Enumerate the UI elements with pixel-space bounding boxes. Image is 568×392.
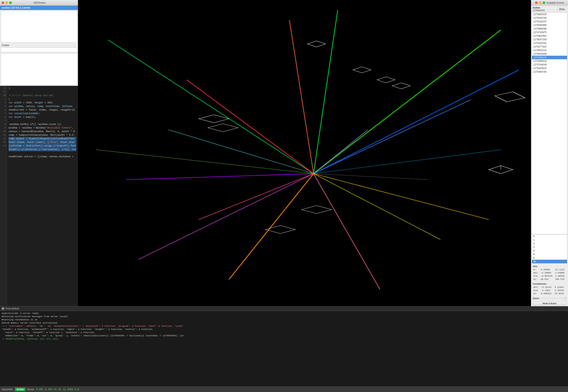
main-layout: BEERtopia scottw | 127.0.0.1 | online Ch… <box>0 0 568 392</box>
group-item-3[interactable]: 3 <box>532 245 567 249</box>
u-metric: 0u <box>54 388 57 391</box>
jets-pt1: 20.551 <box>540 278 554 281</box>
jets-eta1: -0.867545 <box>540 275 554 278</box>
zoom-slider[interactable] <box>540 298 566 299</box>
svg-rect-0 <box>78 0 531 306</box>
event-item-1276384745[interactable]: 1276384745 <box>532 70 567 74</box>
event-item-1274756174[interactable]: 1274756174 <box>532 56 567 59</box>
event-item-1274968390[interactable]: 1274968390 <box>532 27 567 30</box>
bottom-section: Post window SuperCollider 3 server ready… <box>0 306 568 392</box>
group-item-all[interactable]: All <box>532 260 567 263</box>
post-content[interactable]: SuperCollider 3 server ready. Receiving … <box>0 311 568 386</box>
active-label: Active: <box>533 6 545 9</box>
event-item-1274743975[interactable]: 1274743975 <box>532 30 567 34</box>
viz-panel <box>78 0 531 306</box>
const-eta2: 2.34428 <box>554 289 566 292</box>
beertopia-panel: BEERtopia scottw | 127.0.0.1 | online Ch… <box>0 0 78 86</box>
cpu2-metric: 0.38% <box>45 388 52 391</box>
jets-pt2: 185.978 <box>555 278 566 281</box>
jets-eta2: 1.96266 <box>555 275 566 278</box>
post-window-label: Post window <box>6 307 19 310</box>
const-phi1: -3.13142 <box>541 286 554 289</box>
post-line-2: Receiving notification messages from ser… <box>2 315 566 318</box>
events-list[interactable]: 1275605325 1275035706 1275192257 1276040… <box>532 12 567 234</box>
post-line-7: 'touch': a Function, 'noteOff': a Functi… <box>2 331 566 334</box>
mode-button[interactable]: Mode 0 Active <box>533 301 566 305</box>
post-line-6: 'noteOn': a Function, 'allNotesOff': a F… <box>2 328 566 331</box>
viz-canvas <box>78 0 531 306</box>
beertopia-title: BEERtopia <box>3 1 76 4</box>
show-button[interactable]: Show <box>557 7 566 11</box>
group-list[interactable]: 0 1 2 3 4 5 6 All <box>532 234 567 264</box>
post-window-bar: Post window <box>0 306 568 311</box>
event-item-1276040956[interactable]: 1276040956 <box>532 23 567 27</box>
s-metric: 0s <box>58 388 61 391</box>
post-line-9: -> OSCdef(allStop, /allStop, nil, nil, n… <box>2 337 566 340</box>
jets-phi1: -2.28883 <box>540 271 554 274</box>
group-item-4[interactable]: 4 <box>532 249 567 252</box>
event-item-1275605325[interactable]: 1275605325 <box>532 13 567 16</box>
event-item-1275637259[interactable]: 1275637259 <box>532 38 567 41</box>
top-area: BEERtopia scottw | 127.0.0.1 | online Ch… <box>0 0 568 306</box>
event-item-1275192257[interactable]: 1275192257 <box>532 20 567 23</box>
group-item-2[interactable]: 2 <box>532 242 567 245</box>
post-icon <box>2 307 4 310</box>
jets-m-label: m: <box>533 268 540 271</box>
interpreter-label: Interpreter: <box>2 388 13 391</box>
active-badge: Active <box>15 388 25 391</box>
event-item-1274833231[interactable]: 1274833231 <box>532 48 567 52</box>
zoom-section: Zoom: <box>531 296 568 301</box>
group-item-5[interactable]: 5 <box>532 252 567 256</box>
chat-bottom-area <box>1 54 77 85</box>
const-phi-label: phi: <box>533 286 540 289</box>
const-phi2: 3.12931 <box>554 286 566 289</box>
server-label: Server: <box>27 388 35 391</box>
post-line-8: 'addAction': 0, 'frame': 0, 'out': 0, 'g… <box>2 334 566 337</box>
mem-metric: 2g <box>63 388 66 391</box>
events-titlebar: Available Events <box>531 0 568 6</box>
event-item-1275764039[interactable]: 1275764039 <box>532 63 567 67</box>
event-item-1275432291[interactable]: 1275432291 <box>532 41 567 45</box>
const-eta1: -1.1581 <box>541 289 554 292</box>
code-text[interactable]: ) ///////// General setup and GUI ( var … <box>7 86 78 306</box>
chat-area <box>1 11 77 42</box>
events-minimize-button[interactable] <box>539 1 541 4</box>
zero-metric: 0.0 <box>75 388 79 391</box>
constituents-section: Constituents: phi: -3.13142 3.12931 eta:… <box>531 282 568 296</box>
group-item-1[interactable]: 1 <box>532 238 567 242</box>
post-line-4: Shared memory server interface initializ… <box>2 321 566 324</box>
jets-title: Jets: <box>533 265 566 267</box>
post-line-1: SuperCollider 3 server ready. <box>2 312 566 315</box>
zoom-thumb[interactable] <box>565 297 566 300</box>
active-value: 1275605325 <box>533 9 545 12</box>
left-column: BEERtopia scottw | 127.0.0.1 | online Ch… <box>0 0 78 306</box>
events-maximize-button[interactable] <box>543 1 545 4</box>
beertopia-titlebar: BEERtopia <box>0 0 78 6</box>
post-line-5: -> ( 'instrument': default, 'db': -20, '… <box>2 324 566 328</box>
jets-m2: 22.1112 <box>555 268 566 271</box>
cpu1-metric: 0.09% <box>36 388 43 391</box>
event-item-1275085616[interactable]: 1275085616 <box>532 59 567 63</box>
event-item-1275425623[interactable]: 1275425623 <box>532 67 567 70</box>
group-item-6[interactable]: 6 <box>532 256 567 260</box>
events-close-button[interactable] <box>535 1 538 4</box>
status-bar: Interpreter: Active Server: 0.09% 0.38% … <box>0 386 568 392</box>
events-title: Available Events <box>546 1 564 4</box>
const-pt1: 0.600915 <box>541 292 554 295</box>
group-item-0[interactable]: 0 <box>532 235 567 238</box>
event-item-1275035706[interactable]: 1275035706 <box>532 16 567 20</box>
jets-eta-label: eta: <box>533 275 540 278</box>
jets-phi-label: phi: <box>533 271 540 274</box>
event-item-1275902061[interactable]: 1275902061 <box>532 34 567 38</box>
event-item-1276029308[interactable]: 1276029308 <box>532 52 567 56</box>
jets-table: m: 3.25995 22.1112 phi: -2.28883 3.04088… <box>533 268 566 281</box>
event-item-1276277422[interactable]: 1276277422 <box>532 45 567 48</box>
jets-pt-label: pt: <box>533 278 540 281</box>
chatter-input[interactable] <box>1 47 77 52</box>
zoom-label: Zoom: <box>533 297 539 300</box>
jets-m1: 3.25995 <box>540 268 554 271</box>
chatter-label: Chatter <box>0 43 78 47</box>
constituents-title: Constituents: <box>533 283 566 285</box>
code-editor-panel: 24 25 26 1 2 3 4 5 6 7 8 9 10 1 <box>0 86 78 306</box>
center-column <box>78 0 531 306</box>
